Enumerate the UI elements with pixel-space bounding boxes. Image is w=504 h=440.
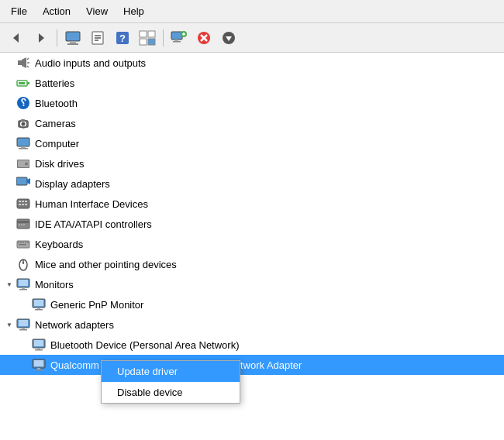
svg-rect-89: [35, 370, 43, 371]
monitor-icon: [16, 277, 31, 292]
svg-rect-62: [20, 242, 22, 243]
tree-item-label: Display adapters: [35, 178, 110, 190]
chevron-right-icon: [3, 238, 16, 250]
menu-file[interactable]: File: [3, 2, 35, 20]
svg-rect-52: [19, 204, 21, 205]
svg-rect-13: [140, 39, 147, 45]
menu-view[interactable]: View: [78, 2, 116, 20]
tree-item-hid[interactable]: Human Interface Devices: [0, 194, 504, 214]
svg-rect-50: [22, 201, 24, 202]
tree-item-qualcomm[interactable]: Qualcomm Atheros QCA9377 Wireless Networ…: [0, 355, 504, 375]
svg-rect-42: [19, 148, 28, 150]
svg-rect-14: [148, 39, 155, 45]
svg-marker-1: [39, 33, 44, 43]
svg-rect-63: [22, 242, 24, 243]
tree-item-label: Monitors: [35, 279, 74, 290]
tree-item-cameras[interactable]: Cameras: [0, 113, 504, 133]
chevron-right-icon: [3, 77, 16, 89]
tree-item-label: Human Interface Devices: [35, 198, 148, 210]
camera-icon: [16, 115, 31, 131]
forward-button[interactable]: [29, 27, 53, 49]
tree-item-bluetooth[interactable]: ␦Bluetooth: [0, 93, 504, 113]
svg-rect-2: [66, 32, 80, 41]
svg-line-30: [27, 66, 29, 67]
chevron-right-icon: [3, 198, 16, 210]
device-tree[interactable]: Audio inputs and outputsBatteries␦Blueto…: [0, 53, 504, 440]
back-button[interactable]: [5, 27, 28, 49]
computer-icon: [16, 136, 31, 151]
svg-rect-32: [19, 82, 25, 84]
svg-rect-39: [21, 119, 25, 122]
context-menu-item-update-driver[interactable]: Update driver: [102, 361, 240, 382]
tree-item-label: Generic PnP Monitor: [50, 299, 143, 311]
mouse-icon: [16, 256, 31, 272]
toolbar: ?: [0, 23, 504, 53]
svg-marker-27: [22, 57, 26, 68]
chevron-right-icon: [3, 137, 16, 150]
tree-item-label: Computer: [35, 138, 79, 150]
network-icon: [16, 317, 31, 332]
tree-item-network[interactable]: ▼Network adapters: [0, 315, 504, 335]
svg-rect-71: [19, 280, 28, 286]
keyboard-icon: [16, 236, 31, 252]
panel-button[interactable]: [136, 27, 159, 49]
computer-mgmt-button[interactable]: [61, 27, 85, 49]
chevron-right-icon: [19, 339, 31, 351]
hid-icon: [16, 196, 31, 211]
svg-text:␦: ␦: [19, 97, 27, 108]
chevron-right-icon: [3, 97, 16, 109]
svg-rect-66: [19, 244, 26, 246]
svg-rect-80: [22, 328, 25, 329]
svg-text:?: ?: [119, 33, 126, 44]
tree-item-label: Mice and other pointing devices: [35, 259, 177, 270]
tree-item-generic-monitor[interactable]: Generic PnP Monitor: [0, 294, 504, 315]
svg-rect-76: [37, 308, 40, 309]
svg-rect-73: [19, 289, 27, 290]
svg-rect-56: [18, 221, 29, 223]
chevron-down-icon: ▼: [3, 318, 16, 331]
tree-item-ide[interactable]: IDE ATA/ATAPI controllers: [0, 214, 504, 234]
svg-rect-26: [18, 60, 22, 65]
tree-item-keyboards[interactable]: Keyboards: [0, 234, 504, 254]
svg-rect-58: [21, 224, 22, 225]
tree-item-audio[interactable]: Audio inputs and outputs: [0, 53, 504, 73]
add-device-button[interactable]: [167, 27, 191, 49]
chevron-right-icon: [19, 298, 31, 311]
tree-item-label: Bluetooth Device (Personal Area Network): [50, 339, 240, 351]
svg-rect-40: [17, 138, 29, 146]
properties-button[interactable]: [86, 27, 109, 49]
disk-icon: [16, 156, 31, 171]
update-button[interactable]: [217, 27, 240, 49]
tree-item-monitors[interactable]: ▼Monitors: [0, 274, 504, 294]
svg-rect-61: [18, 242, 19, 243]
svg-rect-16: [174, 40, 178, 41]
tree-item-bluetooth-device[interactable]: Bluetooth Device (Personal Area Network): [0, 335, 504, 355]
svg-rect-54: [25, 204, 27, 205]
chevron-right-icon: [3, 117, 16, 129]
chevron-down-icon: ▼: [3, 278, 16, 290]
tree-item-label: Cameras: [35, 118, 76, 129]
tree-item-display[interactable]: Display adapters: [0, 174, 504, 194]
tree-item-label: Batteries: [35, 77, 74, 89]
svg-rect-53: [22, 204, 24, 205]
tree-item-computer[interactable]: Computer: [0, 133, 504, 153]
svg-rect-11: [140, 31, 147, 37]
tree-item-label: Audio inputs and outputs: [35, 57, 146, 69]
tree-item-label: IDE ATA/ATAPI controllers: [35, 218, 152, 230]
help-button[interactable]: ?: [111, 27, 134, 49]
svg-rect-87: [34, 360, 43, 366]
svg-rect-77: [35, 309, 43, 311]
tree-item-mice[interactable]: Mice and other pointing devices: [0, 254, 504, 274]
remove-button[interactable]: [192, 27, 216, 49]
context-menu-item-disable-device[interactable]: Disable device: [102, 382, 240, 403]
toolbar-sep-1: [57, 29, 57, 46]
menu-help[interactable]: Help: [116, 2, 152, 20]
monitor-icon: [31, 297, 47, 312]
tree-item-batteries[interactable]: Batteries: [0, 73, 504, 93]
battery-icon: [16, 75, 31, 91]
svg-rect-59: [23, 224, 25, 225]
menu-action[interactable]: Action: [35, 2, 78, 20]
svg-point-37: [22, 122, 26, 126]
svg-rect-12: [148, 31, 155, 37]
tree-item-disk[interactable]: Disk drives: [0, 153, 504, 174]
